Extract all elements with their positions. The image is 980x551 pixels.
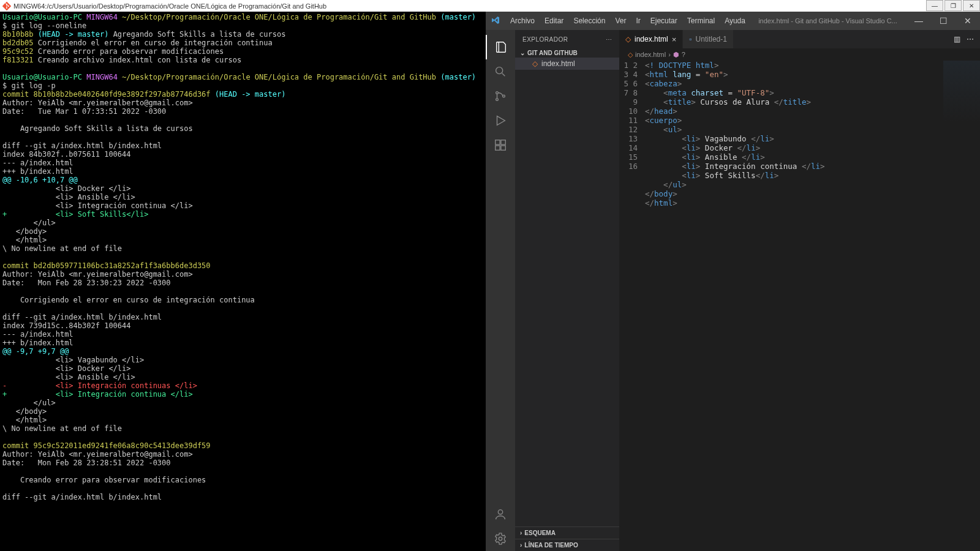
more-icon[interactable]: ⋯ — [606, 36, 612, 43]
svg-rect-6 — [501, 146, 505, 150]
svg-point-2 — [496, 99, 499, 101]
line-numbers: 1 2 3 4 5 6 7 8 9 10 11 12 13 14 15 16 — [619, 61, 645, 551]
git-icon — [2, 2, 11, 10]
file-index-html[interactable]: ◇ index.html — [515, 58, 619, 70]
editor-tabs: ◇ index.html × ▫ Untitled-1 ▥ ⋯ — [619, 30, 980, 48]
html-file-icon: ◇ — [532, 59, 538, 68]
vscode-titlebar: Archivo Editar Selección Ver Ir Ejecutar… — [486, 12, 980, 30]
menu-editar[interactable]: Editar — [541, 14, 567, 28]
menu-archivo[interactable]: Archivo — [507, 14, 538, 28]
chevron-right-icon: › — [520, 530, 522, 536]
menu-ir[interactable]: Ir — [632, 14, 644, 28]
source-control-icon[interactable] — [486, 84, 515, 108]
file-label: index.html — [541, 59, 575, 68]
svg-rect-7 — [501, 140, 505, 144]
explorer-label: EXPLORADOR — [522, 36, 568, 43]
tab-untitled[interactable]: ▫ Untitled-1 — [683, 30, 734, 48]
vscode-window: Archivo Editar Selección Ver Ir Ejecutar… — [486, 12, 980, 551]
svg-point-1 — [496, 92, 499, 94]
mingw-titlebar: MINGW64:/c/Users/Usuario/Desktop/Program… — [0, 0, 980, 12]
vscode-menu: Archivo Editar Selección Ver Ir Ejecutar… — [507, 14, 749, 28]
explorer-icon[interactable] — [486, 35, 515, 59]
explorer-header: EXPLORADOR ⋯ — [515, 30, 619, 48]
chevron-down-icon: ⌄ — [520, 50, 525, 56]
linea-tiempo-section[interactable]: ›LÍNEA DE TIEMPO — [515, 539, 619, 551]
svg-point-0 — [496, 67, 503, 74]
svg-point-8 — [498, 510, 502, 514]
esquema-section[interactable]: ›ESQUEMA — [515, 527, 619, 539]
breadcrumb[interactable]: ◇ index.html › ⬢ ? — [619, 48, 980, 61]
chevron-right-icon: › — [668, 51, 671, 58]
maximize-button[interactable]: ❐ — [944, 0, 962, 11]
html-file-icon: ◇ — [628, 51, 633, 59]
vscode-close-button[interactable]: ✕ — [956, 12, 980, 29]
settings-icon[interactable] — [486, 527, 515, 551]
extensions-icon[interactable] — [486, 133, 515, 157]
search-icon[interactable] — [486, 59, 515, 84]
code-content[interactable]: <! DOCTYPE html> <html lang = "en"> <cab… — [645, 61, 980, 551]
tab-label: index.html — [635, 35, 668, 43]
split-editor-icon[interactable]: ▥ — [954, 35, 960, 43]
vscode-maximize-button[interactable]: ☐ — [931, 12, 956, 29]
vscode-title: index.html - Git and GitHub - Visual Stu… — [749, 17, 907, 24]
breadcrumb-file: index.html — [635, 51, 666, 58]
minimize-button[interactable]: — — [926, 0, 943, 11]
vscode-minimize-button[interactable]: — — [907, 12, 931, 29]
breadcrumb-symbol: ? — [682, 51, 685, 58]
minimap[interactable] — [943, 61, 980, 122]
menu-ejecutar[interactable]: Ejecutar — [647, 14, 681, 28]
tab-index-html[interactable]: ◇ index.html × — [619, 30, 683, 48]
vscode-window-controls: — ☐ ✕ — [907, 12, 980, 29]
menu-ayuda[interactable]: Ayuda — [721, 14, 749, 28]
svg-point-9 — [499, 537, 502, 541]
close-button[interactable]: ✕ — [963, 0, 980, 11]
close-tab-icon[interactable]: × — [672, 35, 677, 44]
html-file-icon: ◇ — [625, 35, 631, 43]
menu-terminal[interactable]: Terminal — [684, 14, 718, 28]
svg-rect-5 — [496, 146, 500, 150]
tag-icon: ⬢ — [673, 51, 679, 59]
menu-ver[interactable]: Ver — [611, 14, 630, 28]
project-name: GIT AND GITHUB — [527, 50, 578, 56]
accounts-icon[interactable] — [486, 502, 515, 527]
more-actions-icon[interactable]: ⋯ — [967, 35, 974, 43]
file-icon: ▫ — [689, 35, 692, 43]
git-terminal[interactable]: Usuario@Usuario-PC MINGW64 ~/Desktop/Pro… — [0, 12, 486, 551]
tab-label: Untitled-1 — [696, 35, 727, 43]
project-header[interactable]: ⌄ GIT AND GITHUB — [515, 48, 619, 58]
menu-seleccion[interactable]: Selección — [570, 14, 609, 28]
activity-bar — [486, 30, 515, 551]
window-controls: — ❐ ✕ — [925, 0, 980, 11]
title-text: MINGW64:/c/Users/Usuario/Desktop/Program… — [13, 2, 326, 10]
editor-area: ◇ index.html × ▫ Untitled-1 ▥ ⋯ ◇ i — [619, 30, 980, 551]
explorer-sidebar: EXPLORADOR ⋯ ⌄ GIT AND GITHUB ◇ index.ht… — [515, 30, 619, 551]
code-editor[interactable]: 1 2 3 4 5 6 7 8 9 10 11 12 13 14 15 16 <… — [619, 61, 980, 551]
run-debug-icon[interactable] — [486, 108, 515, 133]
vscode-icon — [491, 15, 502, 26]
chevron-right-icon: › — [520, 542, 522, 549]
svg-rect-4 — [496, 140, 500, 144]
